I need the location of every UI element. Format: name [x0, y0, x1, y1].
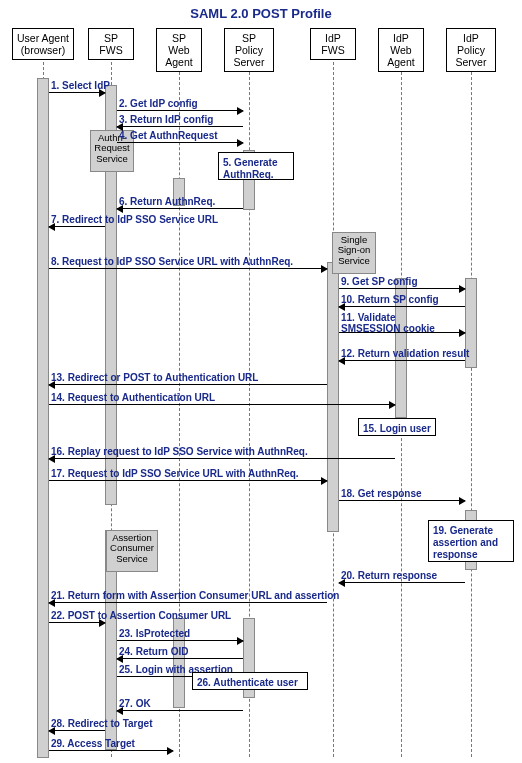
arrow-3 — [117, 126, 243, 127]
arrow-1 — [49, 92, 105, 93]
arrow-20 — [339, 582, 465, 583]
message-6: 6. Return AuthnReq. — [119, 196, 215, 207]
actor-idpps: IdPPolicyServer — [446, 28, 496, 72]
message-21: 21. Return form with Assertion Consumer … — [51, 590, 339, 601]
message-7: 7. Redirect to IdP SSO Service URL — [51, 214, 218, 225]
arrow-14 — [49, 404, 395, 405]
message-22: 22. POST to Assertion Consumer URL — [51, 610, 231, 621]
note-box-1: 15. Login user — [358, 418, 436, 436]
message-18: 18. Get response — [341, 488, 422, 499]
lifeline-idpps — [471, 62, 472, 757]
message-28: 28. Redirect to Target — [51, 718, 153, 729]
message-13: 13. Redirect or POST to Authentication U… — [51, 372, 258, 383]
arrow-17 — [49, 480, 327, 481]
arrow-22 — [49, 622, 105, 623]
message-10: 10. Return SP config — [341, 294, 439, 305]
diagram-title: SAML 2.0 POST Profile — [0, 6, 522, 21]
actor-idpfws: IdPFWS — [310, 28, 356, 60]
arrow-12 — [339, 360, 465, 361]
service-box-1: SingleSign-onService — [332, 232, 376, 274]
arrow-7 — [49, 226, 105, 227]
note-box-0: 5. Generate AuthnReq. — [218, 152, 294, 180]
message-20: 20. Return response — [341, 570, 437, 581]
message-14: 14. Request to Authentication URL — [51, 392, 215, 403]
note-box-3: 26. Authenticate user — [192, 672, 308, 690]
note-box-2: 19. Generate assertion and response — [428, 520, 514, 562]
arrow-2 — [117, 110, 243, 111]
actor-spwa: SPWebAgent — [156, 28, 202, 72]
actor-spfws: SPFWS — [88, 28, 134, 60]
message-2: 2. Get IdP config — [119, 98, 198, 109]
message-27: 27. OK — [119, 698, 151, 709]
arrow-9 — [339, 288, 465, 289]
arrow-21 — [49, 602, 327, 603]
arrow-13 — [49, 384, 327, 385]
message-9: 9. Get SP config — [341, 276, 418, 287]
message-4: 4. Get AuthnRequest — [119, 130, 218, 141]
message-23: 23. IsProtected — [119, 628, 190, 639]
actor-ua: User Agent(browser) — [12, 28, 74, 60]
message-1: 1. Select IdP — [51, 80, 110, 91]
arrow-18 — [339, 500, 465, 501]
arrow-4 — [117, 142, 243, 143]
message-16: 16. Replay request to IdP SSO Service wi… — [51, 446, 308, 457]
arrow-27 — [117, 710, 243, 711]
arrow-23 — [117, 640, 243, 641]
arrow-24 — [117, 658, 243, 659]
arrow-10 — [339, 306, 465, 307]
activation-ua-0 — [37, 78, 49, 758]
arrow-16 — [49, 458, 395, 459]
arrow-6 — [117, 208, 243, 209]
message-29: 29. Access Target — [51, 738, 135, 749]
message-24: 24. Return OID — [119, 646, 188, 657]
actor-idpwa: IdPWebAgent — [378, 28, 424, 72]
message-12: 12. Return validation result — [341, 348, 469, 359]
actor-spps: SPPolicyServer — [224, 28, 274, 72]
arrow-8 — [49, 268, 327, 269]
message-17: 17. Request to IdP SSO Service URL with … — [51, 468, 299, 479]
service-box-2: AssertionConsumerService — [106, 530, 158, 572]
message-8: 8. Request to IdP SSO Service URL with A… — [51, 256, 293, 267]
message-11: 11. Validate SMSESSION cookie — [341, 312, 469, 334]
arrow-29 — [49, 750, 173, 751]
message-3: 3. Return IdP config — [119, 114, 213, 125]
arrow-28 — [49, 730, 105, 731]
